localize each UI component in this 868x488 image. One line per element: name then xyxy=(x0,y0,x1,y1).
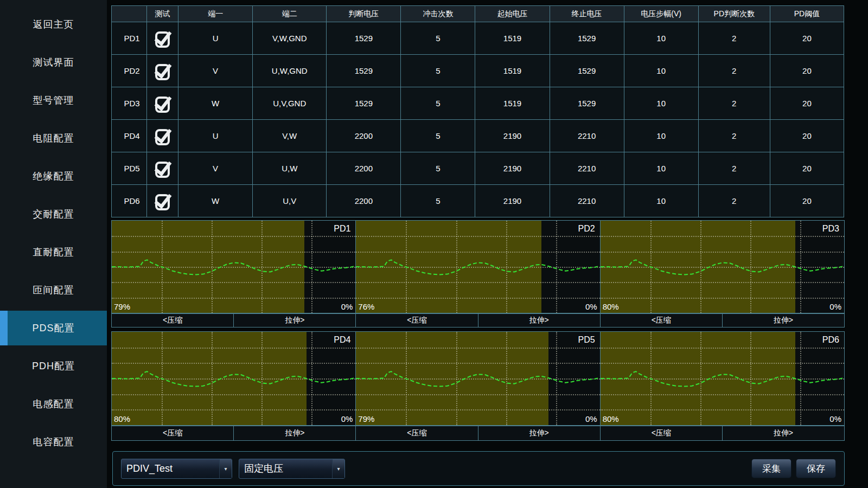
cell-judge_voltage[interactable]: 1529 xyxy=(327,22,401,55)
cell-voltage_step[interactable]: 10 xyxy=(624,87,698,120)
cell-pd_threshold[interactable]: 20 xyxy=(770,87,844,120)
cell-start_voltage[interactable]: 2190 xyxy=(475,120,550,152)
cell-voltage_step[interactable]: 10 xyxy=(624,152,698,185)
cell-voltage_step[interactable]: 10 xyxy=(624,185,698,217)
sidebar-item-电阻配置[interactable]: 电阻配置 xyxy=(0,119,107,157)
cell-port2[interactable]: U,V xyxy=(253,185,327,217)
cell-judge_voltage[interactable]: 1529 xyxy=(327,87,401,120)
cell-impulse_count[interactable]: 5 xyxy=(401,87,475,120)
sidebar-item-直耐配置[interactable]: 直耐配置 xyxy=(0,233,107,271)
cell-end_voltage[interactable]: 2210 xyxy=(550,185,624,217)
cell-pd_judge_count[interactable]: 2 xyxy=(698,152,770,185)
cell-pd_judge_count[interactable]: 2 xyxy=(698,22,770,55)
waveform-panel-PD6[interactable]: PD680%0% xyxy=(600,332,844,425)
stretch-button-PD1[interactable]: 拉伸> xyxy=(233,313,356,328)
cell-port1[interactable]: V xyxy=(178,55,253,87)
sidebar-item-电感配置[interactable]: 电感配置 xyxy=(0,385,107,423)
cell-port1[interactable]: W xyxy=(178,87,253,120)
cell-pd_threshold[interactable]: 20 xyxy=(770,152,844,185)
checked-checkbox-icon[interactable] xyxy=(155,64,170,80)
cell-judge_voltage[interactable]: 2200 xyxy=(327,120,401,152)
compress-button-PD4[interactable]: <压缩 xyxy=(111,426,234,441)
sidebar-item-label: 电感配置 xyxy=(33,397,74,410)
cell-port1[interactable]: W xyxy=(178,185,253,217)
cell-port2[interactable]: U,V,GND xyxy=(253,87,327,120)
cell-pd_threshold[interactable]: 20 xyxy=(770,55,844,87)
sidebar-item-PDH配置[interactable]: PDH配置 xyxy=(0,347,107,385)
cell-port2[interactable]: U,W,GND xyxy=(253,55,327,87)
sidebar-item-返回主页[interactable]: 返回主页 xyxy=(0,5,107,43)
cell-pd_threshold[interactable]: 20 xyxy=(770,22,844,55)
cell-port1[interactable]: U xyxy=(178,22,253,55)
cell-pd_judge_count[interactable]: 2 xyxy=(698,120,770,152)
sidebar-item-绝缘配置[interactable]: 绝缘配置 xyxy=(0,157,107,195)
sidebar-item-测试界面[interactable]: 测试界面 xyxy=(0,43,107,81)
test-checkbox-cell xyxy=(147,120,178,152)
cell-impulse_count[interactable]: 5 xyxy=(401,152,475,185)
voltage-mode-value: 固定电压 xyxy=(239,459,332,478)
voltage-mode-select[interactable]: 固定电压 ▾ xyxy=(239,459,345,479)
cell-pd_judge_count[interactable]: 2 xyxy=(698,87,770,120)
cell-end_voltage[interactable]: 2210 xyxy=(550,152,624,185)
sidebar-item-电容配置[interactable]: 电容配置 xyxy=(0,423,107,461)
stretch-button-PD6[interactable]: 拉伸> xyxy=(722,426,845,441)
checked-checkbox-icon[interactable] xyxy=(155,194,170,210)
cell-port2[interactable]: U,W xyxy=(253,152,327,185)
chevron-down-icon[interactable]: ▾ xyxy=(332,459,344,478)
cell-start_voltage[interactable]: 1519 xyxy=(475,22,550,55)
sidebar-item-匝间配置[interactable]: 匝间配置 xyxy=(0,271,107,309)
compress-button-PD3[interactable]: <压缩 xyxy=(600,313,723,328)
collect-button[interactable]: 采集 xyxy=(751,459,792,478)
cell-port1[interactable]: V xyxy=(178,152,253,185)
sidebar-item-PDS配置[interactable]: PDS配置 xyxy=(0,311,107,345)
cell-pd_judge_count[interactable]: 2 xyxy=(698,55,770,87)
checked-checkbox-icon[interactable] xyxy=(155,129,170,145)
cell-start_voltage[interactable]: 2190 xyxy=(475,152,550,185)
stretch-button-PD3[interactable]: 拉伸> xyxy=(722,313,845,328)
checked-checkbox-icon[interactable] xyxy=(155,31,170,48)
waveform-panel-PD3[interactable]: PD380%0% xyxy=(600,221,844,313)
sidebar-item-交耐配置[interactable]: 交耐配置 xyxy=(0,195,107,233)
sidebar-item-型号管理[interactable]: 型号管理 xyxy=(0,81,107,119)
cell-pd_threshold[interactable]: 20 xyxy=(770,185,844,217)
cell-end_voltage[interactable]: 2210 xyxy=(550,120,624,152)
waveform-panel-PD5[interactable]: PD579%0% xyxy=(355,332,599,425)
cell-impulse_count[interactable]: 5 xyxy=(401,55,475,87)
cell-end_voltage[interactable]: 1529 xyxy=(550,55,624,87)
cell-impulse_count[interactable]: 5 xyxy=(401,120,475,152)
cell-start_voltage[interactable]: 2190 xyxy=(475,185,550,217)
cell-port1[interactable]: U xyxy=(178,120,253,152)
cell-pd_threshold[interactable]: 20 xyxy=(770,120,844,152)
stretch-button-PD5[interactable]: 拉伸> xyxy=(478,426,601,441)
cell-voltage_step[interactable]: 10 xyxy=(624,120,698,152)
cell-judge_voltage[interactable]: 2200 xyxy=(327,185,401,217)
cell-voltage_step[interactable]: 10 xyxy=(624,55,698,87)
waveform-panel-PD1[interactable]: PD179%0% xyxy=(112,221,355,313)
stretch-button-PD2[interactable]: 拉伸> xyxy=(478,313,601,328)
waveform-panel-PD4[interactable]: PD480%0% xyxy=(112,332,355,425)
stretch-button-PD4[interactable]: 拉伸> xyxy=(233,426,356,441)
cell-voltage_step[interactable]: 10 xyxy=(624,22,698,55)
save-button[interactable]: 保存 xyxy=(796,459,836,478)
waveform-panel-PD2[interactable]: PD276%0% xyxy=(355,221,599,313)
checked-checkbox-icon[interactable] xyxy=(155,162,170,178)
cell-impulse_count[interactable]: 5 xyxy=(401,185,475,217)
cell-port2[interactable]: V,W xyxy=(253,120,327,152)
cell-impulse_count[interactable]: 5 xyxy=(401,22,475,55)
cell-port2[interactable]: V,W,GND xyxy=(253,22,327,55)
cell-judge_voltage[interactable]: 2200 xyxy=(327,152,401,185)
chevron-down-icon[interactable]: ▾ xyxy=(219,459,232,478)
compress-button-PD6[interactable]: <压缩 xyxy=(600,426,723,441)
compress-button-PD1[interactable]: <压缩 xyxy=(111,313,234,328)
cell-judge_voltage[interactable]: 1529 xyxy=(327,55,401,87)
compress-button-PD5[interactable]: <压缩 xyxy=(355,426,478,441)
waveform-trace xyxy=(112,221,355,313)
checked-checkbox-icon[interactable] xyxy=(155,97,170,113)
cell-end_voltage[interactable]: 1529 xyxy=(550,22,624,55)
cell-start_voltage[interactable]: 1519 xyxy=(475,55,550,87)
cell-pd_judge_count[interactable]: 2 xyxy=(698,185,770,217)
test-type-select[interactable]: PDIV_Test ▾ xyxy=(121,459,232,479)
cell-start_voltage[interactable]: 1519 xyxy=(475,87,550,120)
cell-end_voltage[interactable]: 1529 xyxy=(550,87,624,120)
compress-button-PD2[interactable]: <压缩 xyxy=(355,313,478,328)
